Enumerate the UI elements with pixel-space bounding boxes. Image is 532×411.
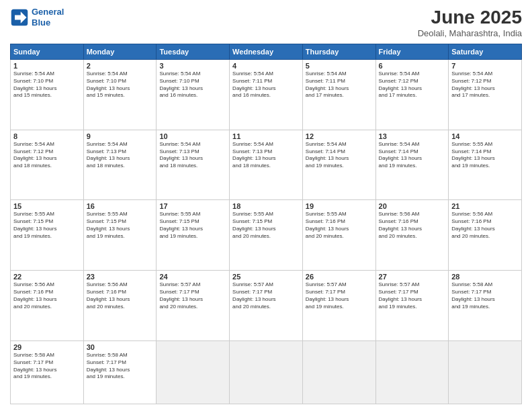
calendar-cell-1-7: 7Sunrise: 5:54 AMSunset: 7:12 PMDaylight… [449, 60, 522, 130]
calendar-cell-3-1: 15Sunrise: 5:55 AMSunset: 7:15 PMDayligh… [11, 200, 84, 271]
calendar-cell-5-5 [302, 340, 375, 404]
day-info: Sunrise: 5:55 AMSunset: 7:15 PMDaylight:… [87, 211, 154, 240]
logo-line1: General [32, 7, 64, 17]
day-number: 9 [87, 132, 154, 140]
calendar-cell-1-2: 2Sunrise: 5:54 AMSunset: 7:10 PMDaylight… [83, 60, 157, 130]
day-info: Sunrise: 5:55 AMSunset: 7:15 PMDaylight:… [159, 211, 226, 240]
day-info: Sunrise: 5:54 AMSunset: 7:11 PMDaylight:… [232, 71, 300, 99]
calendar-cell-3-3: 17Sunrise: 5:55 AMSunset: 7:15 PMDayligh… [157, 200, 230, 271]
calendar-cell-4-4: 25Sunrise: 5:57 AMSunset: 7:17 PMDayligh… [230, 271, 303, 341]
calendar-cell-1-3: 3Sunrise: 5:54 AMSunset: 7:10 PMDaylight… [157, 60, 230, 130]
day-info: Sunrise: 5:55 AMSunset: 7:15 PMDaylight:… [232, 211, 300, 240]
day-number: 14 [451, 132, 519, 140]
day-number: 10 [159, 132, 226, 140]
day-number: 5 [306, 62, 373, 70]
header: General Blue June 2025 Deolali, Maharash… [10, 7, 522, 38]
day-info: Sunrise: 5:54 AMSunset: 7:12 PMDaylight:… [13, 141, 81, 170]
day-number: 12 [306, 132, 373, 140]
week-row-4: 22Sunrise: 5:56 AMSunset: 7:16 PMDayligh… [11, 271, 522, 341]
calendar-cell-3-6: 20Sunrise: 5:56 AMSunset: 7:16 PMDayligh… [375, 200, 449, 271]
main-title: June 2025 [418, 7, 522, 28]
calendar-cell-4-6: 27Sunrise: 5:57 AMSunset: 7:17 PMDayligh… [375, 271, 449, 341]
weekday-header-saturday: Saturday [449, 44, 522, 60]
week-row-1: 1Sunrise: 5:54 AMSunset: 7:10 PMDaylight… [11, 60, 522, 130]
day-info: Sunrise: 5:54 AMSunset: 7:13 PMDaylight:… [87, 141, 154, 170]
calendar-cell-5-2: 30Sunrise: 5:58 AMSunset: 7:17 PMDayligh… [83, 340, 157, 404]
weekday-header-tuesday: Tuesday [157, 44, 230, 60]
calendar-cell-5-3 [157, 340, 230, 404]
calendar-cell-5-6 [375, 340, 449, 404]
calendar-cell-2-6: 13Sunrise: 5:54 AMSunset: 7:14 PMDayligh… [375, 130, 449, 200]
calendar-cell-4-2: 23Sunrise: 5:56 AMSunset: 7:16 PMDayligh… [83, 271, 157, 341]
day-info: Sunrise: 5:55 AMSunset: 7:14 PMDaylight:… [451, 141, 519, 170]
day-number: 28 [451, 273, 519, 281]
day-info: Sunrise: 5:54 AMSunset: 7:10 PMDaylight:… [159, 71, 226, 99]
calendar-cell-2-2: 9Sunrise: 5:54 AMSunset: 7:13 PMDaylight… [83, 130, 157, 200]
weekday-header-wednesday: Wednesday [230, 44, 303, 60]
calendar-cell-2-1: 8Sunrise: 5:54 AMSunset: 7:12 PMDaylight… [11, 130, 84, 200]
calendar-cell-2-7: 14Sunrise: 5:55 AMSunset: 7:14 PMDayligh… [449, 130, 522, 200]
day-number: 8 [13, 132, 81, 140]
calendar-cell-5-7 [449, 340, 522, 404]
day-number: 1 [13, 62, 81, 70]
day-info: Sunrise: 5:54 AMSunset: 7:12 PMDaylight:… [451, 71, 519, 99]
weekday-header-monday: Monday [83, 44, 157, 60]
day-info: Sunrise: 5:54 AMSunset: 7:10 PMDaylight:… [13, 71, 81, 99]
day-info: Sunrise: 5:57 AMSunset: 7:17 PMDaylight:… [159, 281, 226, 310]
logo-line2: Blue [32, 17, 50, 28]
calendar-cell-3-7: 21Sunrise: 5:56 AMSunset: 7:16 PMDayligh… [449, 200, 522, 271]
day-number: 27 [379, 273, 446, 281]
day-info: Sunrise: 5:56 AMSunset: 7:16 PMDaylight:… [379, 211, 446, 240]
calendar-cell-2-3: 10Sunrise: 5:54 AMSunset: 7:13 PMDayligh… [157, 130, 230, 200]
title-block: June 2025 Deolali, Maharashtra, India [418, 7, 522, 38]
day-info: Sunrise: 5:54 AMSunset: 7:12 PMDaylight:… [379, 71, 446, 99]
day-info: Sunrise: 5:54 AMSunset: 7:13 PMDaylight:… [232, 141, 300, 170]
week-row-3: 15Sunrise: 5:55 AMSunset: 7:15 PMDayligh… [11, 200, 522, 271]
day-info: Sunrise: 5:57 AMSunset: 7:17 PMDaylight:… [232, 281, 300, 310]
day-number: 18 [232, 202, 300, 210]
day-info: Sunrise: 5:54 AMSunset: 7:14 PMDaylight:… [379, 141, 446, 170]
logo-icon [10, 8, 29, 27]
calendar-cell-4-1: 22Sunrise: 5:56 AMSunset: 7:16 PMDayligh… [11, 271, 84, 341]
day-number: 29 [13, 343, 81, 351]
day-number: 22 [13, 273, 81, 281]
day-number: 24 [159, 273, 226, 281]
weekday-header-thursday: Thursday [302, 44, 375, 60]
calendar-cell-1-4: 4Sunrise: 5:54 AMSunset: 7:11 PMDaylight… [230, 60, 303, 130]
calendar-cell-4-7: 28Sunrise: 5:58 AMSunset: 7:17 PMDayligh… [449, 271, 522, 341]
calendar-body: 1Sunrise: 5:54 AMSunset: 7:10 PMDaylight… [11, 60, 522, 404]
calendar-cell-1-5: 5Sunrise: 5:54 AMSunset: 7:11 PMDaylight… [302, 60, 375, 130]
day-number: 11 [232, 132, 300, 140]
week-row-2: 8Sunrise: 5:54 AMSunset: 7:12 PMDaylight… [11, 130, 522, 200]
day-number: 23 [87, 273, 154, 281]
subtitle: Deolali, Maharashtra, India [418, 28, 522, 38]
calendar-table: SundayMondayTuesdayWednesdayThursdayFrid… [10, 44, 522, 404]
calendar-cell-3-4: 18Sunrise: 5:55 AMSunset: 7:15 PMDayligh… [230, 200, 303, 271]
day-info: Sunrise: 5:55 AMSunset: 7:15 PMDaylight:… [13, 211, 81, 240]
page: General Blue June 2025 Deolali, Maharash… [0, 0, 532, 411]
day-info: Sunrise: 5:57 AMSunset: 7:17 PMDaylight:… [306, 281, 373, 310]
day-info: Sunrise: 5:58 AMSunset: 7:17 PMDaylight:… [13, 352, 81, 381]
day-info: Sunrise: 5:56 AMSunset: 7:16 PMDaylight:… [87, 281, 154, 310]
day-number: 7 [451, 62, 519, 70]
day-info: Sunrise: 5:55 AMSunset: 7:16 PMDaylight:… [306, 211, 373, 240]
calendar-cell-4-3: 24Sunrise: 5:57 AMSunset: 7:17 PMDayligh… [157, 271, 230, 341]
logo: General Blue [10, 7, 64, 28]
weekday-header-friday: Friday [375, 44, 449, 60]
day-info: Sunrise: 5:58 AMSunset: 7:17 PMDaylight:… [451, 281, 519, 310]
day-info: Sunrise: 5:54 AMSunset: 7:11 PMDaylight:… [306, 71, 373, 99]
weekday-header-row: SundayMondayTuesdayWednesdayThursdayFrid… [11, 44, 522, 60]
day-info: Sunrise: 5:54 AMSunset: 7:14 PMDaylight:… [306, 141, 373, 170]
day-info: Sunrise: 5:56 AMSunset: 7:16 PMDaylight:… [451, 211, 519, 240]
day-number: 21 [451, 202, 519, 210]
calendar-cell-5-1: 29Sunrise: 5:58 AMSunset: 7:17 PMDayligh… [11, 340, 84, 404]
day-info: Sunrise: 5:54 AMSunset: 7:10 PMDaylight:… [87, 71, 154, 99]
week-row-5: 29Sunrise: 5:58 AMSunset: 7:17 PMDayligh… [11, 340, 522, 404]
calendar-cell-4-5: 26Sunrise: 5:57 AMSunset: 7:17 PMDayligh… [302, 271, 375, 341]
day-info: Sunrise: 5:56 AMSunset: 7:16 PMDaylight:… [13, 281, 81, 310]
day-number: 25 [232, 273, 300, 281]
calendar-cell-1-1: 1Sunrise: 5:54 AMSunset: 7:10 PMDaylight… [11, 60, 84, 130]
day-number: 30 [87, 343, 154, 351]
day-number: 2 [87, 62, 154, 70]
calendar-cell-1-6: 6Sunrise: 5:54 AMSunset: 7:12 PMDaylight… [375, 60, 449, 130]
